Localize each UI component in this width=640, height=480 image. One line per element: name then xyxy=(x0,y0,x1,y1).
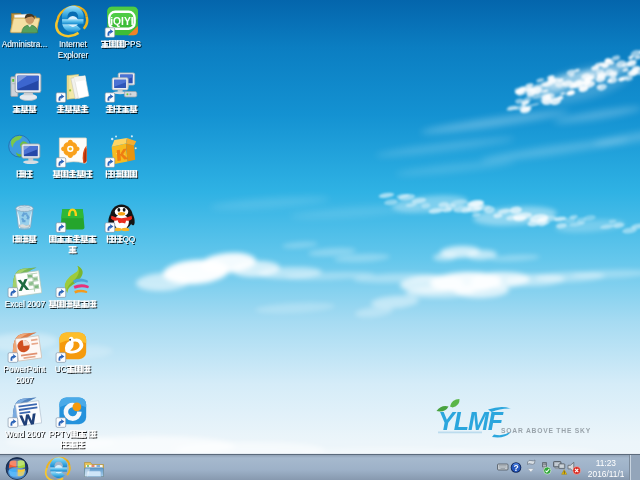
svg-text:2016/11/1: 2016/11/1 xyxy=(588,469,625,479)
svg-text:11:23: 11:23 xyxy=(596,458,617,468)
svg-text:?: ? xyxy=(513,463,518,473)
